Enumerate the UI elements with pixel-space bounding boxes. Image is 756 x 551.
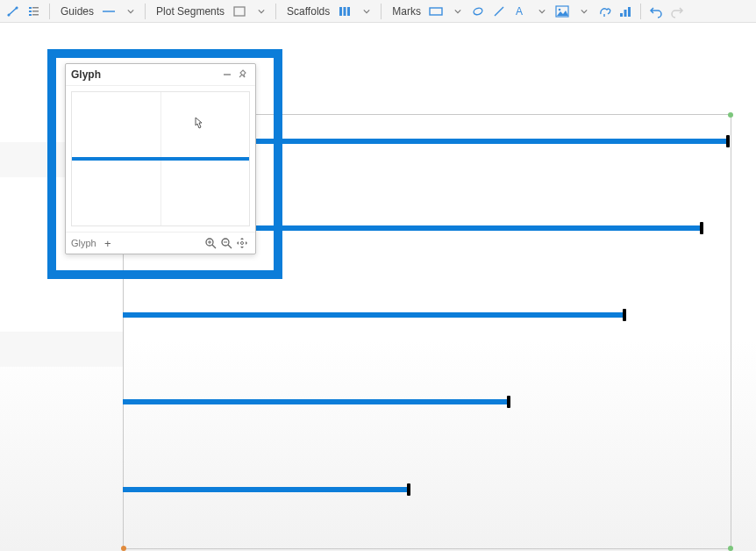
scaffold-dropdown-button[interactable] (356, 2, 375, 21)
mark-rect-dropdown-button[interactable] (447, 2, 467, 21)
add-glyph-button[interactable]: + (100, 235, 116, 251)
mark-image-dropdown-button[interactable] (574, 2, 593, 21)
mark-text-button[interactable]: A (510, 2, 530, 21)
svg-rect-2 (29, 7, 32, 9)
plot-segments-label: Plot Segments (151, 5, 228, 18)
guide-dropdown-button[interactable] (120, 2, 139, 21)
mark-icon-button[interactable] (595, 2, 614, 21)
bar-mark[interactable] (123, 487, 409, 492)
anchor-top-right[interactable] (728, 112, 733, 118)
glyph-panel-header: Glyph (66, 64, 255, 86)
separator (49, 4, 50, 19)
mark-data-axis-button[interactable] (616, 2, 635, 21)
cursor-pointer-icon (191, 117, 205, 135)
bar-end-handle[interactable] (700, 222, 703, 234)
marks-label: Marks (387, 5, 424, 18)
bar-end-handle[interactable] (726, 135, 730, 147)
bar-mark[interactable] (123, 312, 624, 318)
svg-rect-13 (430, 8, 442, 15)
svg-rect-3 (32, 7, 39, 9)
scaffolds-label: Scaffolds (282, 5, 333, 18)
glyph-footer-label: Glyph (71, 238, 96, 248)
svg-rect-4 (29, 11, 32, 12)
bar-end-handle[interactable] (623, 309, 626, 321)
legend-tool-button[interactable] (25, 2, 44, 21)
plot-segment-dropdown-button[interactable] (251, 2, 270, 21)
separator (275, 4, 276, 19)
svg-rect-6 (29, 14, 32, 16)
bar-end-handle[interactable] (407, 483, 410, 496)
minimize-icon[interactable] (220, 68, 234, 82)
bar-end-handle[interactable] (507, 396, 510, 408)
svg-rect-7 (32, 14, 39, 16)
bg-region (0, 332, 123, 367)
svg-rect-10 (339, 7, 342, 16)
link-tool-button[interactable] (4, 2, 23, 21)
separator (145, 4, 146, 19)
glyph-mark-bar[interactable] (72, 157, 249, 161)
svg-point-18 (559, 8, 561, 11)
svg-rect-20 (620, 13, 623, 17)
mark-symbol-button[interactable] (468, 2, 488, 21)
svg-point-31 (241, 242, 244, 245)
redo-button[interactable] (667, 2, 687, 21)
svg-line-25 (212, 245, 216, 248)
guides-label: Guides (55, 5, 97, 18)
separator (640, 4, 641, 19)
svg-point-1 (16, 6, 18, 9)
svg-rect-12 (347, 7, 350, 16)
svg-line-29 (228, 245, 232, 248)
svg-rect-9 (234, 7, 245, 16)
glyph-panel-title: Glyph (71, 68, 101, 81)
separator (381, 4, 382, 19)
scaffold-columns-button[interactable] (335, 2, 354, 21)
top-toolbar: Guides Plot Segments Scaffolds Marks (0, 0, 756, 23)
svg-text:A: A (516, 5, 523, 18)
anchor-bottom-left[interactable] (121, 546, 126, 551)
svg-line-15 (495, 7, 503, 16)
chart-canvas[interactable]: Glyph Glyph + (0, 23, 756, 551)
pin-icon[interactable] (236, 68, 250, 82)
mark-text-dropdown-button[interactable] (531, 2, 551, 21)
svg-point-0 (8, 13, 11, 16)
mark-rect-button[interactable] (426, 2, 446, 21)
svg-rect-5 (32, 11, 39, 12)
svg-point-14 (473, 7, 483, 16)
pan-icon[interactable] (234, 235, 250, 251)
anchor-bottom-right[interactable] (728, 546, 733, 551)
svg-rect-22 (628, 7, 631, 17)
svg-rect-11 (344, 7, 346, 16)
glyph-panel-footer: Glyph + (66, 232, 255, 254)
mark-line-button[interactable] (489, 2, 509, 21)
svg-rect-21 (624, 10, 626, 17)
zoom-in-icon[interactable] (203, 235, 218, 251)
glyph-editor[interactable] (71, 91, 250, 226)
mark-image-button[interactable] (553, 2, 572, 21)
undo-button[interactable] (646, 2, 666, 21)
glyph-panel[interactable]: Glyph Glyph + (65, 63, 256, 254)
plot-segment-rect-button[interactable] (230, 2, 249, 21)
bar-mark[interactable] (123, 399, 509, 404)
guide-line-button[interactable] (99, 2, 118, 21)
zoom-out-icon[interactable] (218, 235, 234, 251)
